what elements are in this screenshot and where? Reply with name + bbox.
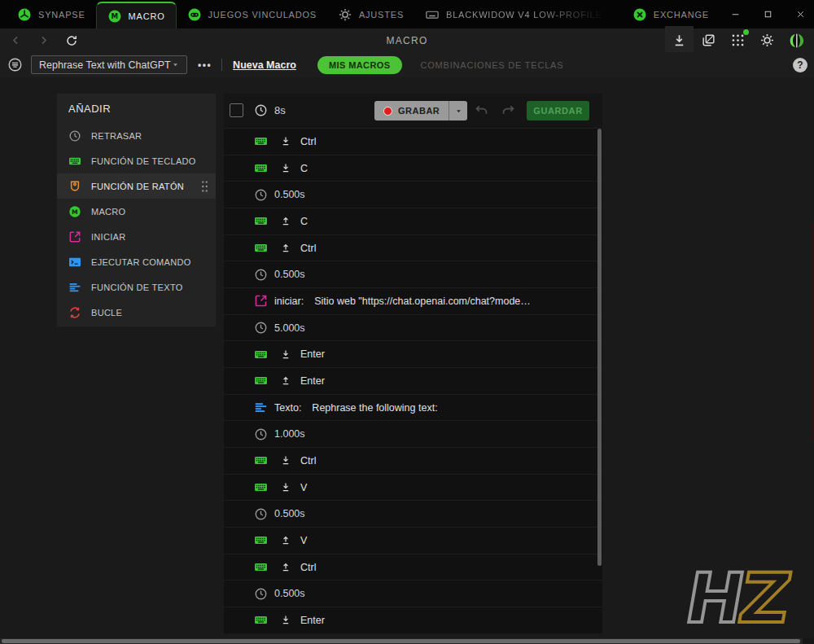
terminal-icon (68, 256, 81, 269)
step-value: Sitio web "https://chat.openai.com/chat?… (314, 296, 531, 307)
macro-step-row-key-down[interactable]: Enter (224, 341, 602, 368)
macro-step-row-key-up[interactable]: Ctrl (224, 554, 602, 581)
key-down-icon (280, 135, 291, 147)
step-delay-value: 0.500s (274, 189, 305, 200)
step-type-prefix: Texto: (274, 402, 301, 414)
macro-step-row-delay[interactable]: 5.000s (224, 315, 602, 342)
back-icon[interactable] (10, 34, 22, 46)
sidebar-item-funci-n-de-texto[interactable]: FUNCIÓN DE TEXTO (57, 274, 216, 300)
macro-step-row-key-down[interactable]: V (224, 475, 602, 502)
macro-step-editor: 8s GRABAR GUARDAR CtrlC0.500sCCtrl0.500s… (224, 94, 602, 633)
record-dot-icon (383, 107, 392, 116)
launch-icon (68, 230, 81, 243)
macro-step-row-text[interactable]: Texto:Rephrase the following text: (224, 395, 602, 422)
apps-grid-icon[interactable] (730, 33, 746, 48)
redo-icon[interactable] (501, 103, 516, 118)
keyboard-icon (254, 161, 268, 175)
clock-icon (254, 188, 268, 202)
tab-ajustes[interactable]: AJUSTES (327, 0, 414, 28)
macro-select-dropdown[interactable]: Rephrase Text with ChatGPT (31, 55, 187, 74)
hardzone-watermark-logo: H Z (676, 560, 801, 630)
step-type-prefix: iniciar: (274, 296, 304, 307)
tab-label: SYNAPSE (38, 10, 85, 20)
step-key-label: C (300, 216, 308, 227)
tab-juegos-vinculados[interactable]: JUEGOS VINCULADOS (177, 0, 327, 28)
key-up-icon (280, 375, 291, 387)
macro-step-row-key-up[interactable]: Ctrl (224, 235, 602, 262)
more-options-button[interactable]: ••• (198, 59, 212, 71)
maximize-button[interactable] (752, 0, 785, 28)
chevron-down-icon (455, 107, 462, 115)
tab-mis-macros[interactable]: MIS MACROS (317, 56, 402, 74)
profiles-icon[interactable] (7, 57, 23, 72)
forward-icon[interactable] (37, 34, 50, 46)
drag-handle-icon[interactable] (200, 179, 209, 194)
download-icon[interactable] (672, 33, 687, 48)
vertical-scrollbar[interactable] (597, 129, 602, 633)
sidebar-item-funci-n-de-rat-n[interactable]: FUNCIÓN DE RATÓN (57, 173, 216, 199)
step-delay-value: 0.500s (274, 588, 305, 599)
close-button[interactable] (785, 0, 814, 28)
tab-combinaciones-de-teclas[interactable]: COMBINACIONES DE TECLAS (421, 60, 564, 70)
clock-icon (254, 587, 268, 601)
macro-toolbar: Rephrase Text with ChatGPT ••• Nueva Mac… (0, 52, 814, 77)
key-down-icon (280, 162, 291, 174)
keyboard-icon (254, 480, 268, 494)
scrollbar-thumb[interactable] (597, 129, 602, 566)
tab-label: AJUSTES (359, 10, 404, 20)
save-button[interactable]: GUARDAR (527, 101, 589, 120)
macro-step-row-delay[interactable]: 0.500s (224, 182, 602, 208)
help-button[interactable]: ? (793, 58, 807, 72)
divider (221, 59, 222, 71)
horizontal-scrollbar[interactable] (0, 638, 814, 644)
minimize-icon (730, 9, 741, 20)
sidebar-item-ejecutar-comando[interactable]: EJECUTAR COMANDO (57, 249, 216, 274)
settings-gear-icon[interactable] (759, 33, 775, 48)
sidebar-item-label: EJECUTAR COMANDO (91, 257, 191, 267)
avatar[interactable] (789, 33, 805, 49)
record-button[interactable]: GRABAR (374, 101, 449, 120)
macro-step-row-key-down[interactable]: C (224, 156, 602, 182)
tab-blackwidow-v4-low-profile-t[interactable]: BLACKWIDOW V4 LOW-PROFILE T (414, 0, 622, 28)
undo-icon[interactable] (474, 103, 489, 118)
clock-icon (254, 321, 268, 335)
macro-step-row-key-down[interactable]: Ctrl (224, 129, 602, 156)
sidebar-item-retrasar[interactable]: RETRASAR (57, 123, 216, 148)
keyboard-icon (254, 241, 268, 255)
macro-step-row-key-down[interactable]: Ctrl (224, 448, 602, 475)
duplicate-icon[interactable] (701, 33, 716, 48)
macro-step-row-key-up[interactable]: V (224, 528, 602, 554)
macro-step-row-delay[interactable]: 1.000s (224, 421, 602, 448)
keyboard-icon (254, 560, 268, 574)
new-macro-link[interactable]: Nueva Macro (233, 59, 296, 71)
keyboard-icon (254, 533, 268, 547)
sidebar-item-label: BUCLE (91, 308, 122, 318)
minimize-button[interactable] (720, 0, 752, 28)
add-step-sidebar: AÑADIR RETRASARFUNCIÓN DE TECLADOFUNCIÓN… (57, 94, 216, 326)
sidebar-item-iniciar[interactable]: INICIAR (57, 224, 216, 249)
macro-step-row-key-down[interactable]: Enter (224, 607, 602, 633)
tab-exchange[interactable]: EXCHANGE (622, 0, 720, 28)
tab-synapse[interactable]: SYNAPSE (7, 0, 96, 28)
gear-icon (338, 7, 352, 22)
macro-step-row-delay[interactable]: 0.500s (224, 580, 602, 607)
scrollbar-thumb[interactable] (2, 639, 800, 643)
sidebar-item-macro[interactable]: MMACRO (57, 199, 216, 224)
macro-step-row-key-up[interactable]: C (224, 208, 602, 235)
macro-step-row-launch[interactable]: iniciar:Sitio web "https://chat.openai.c… (224, 288, 602, 315)
sidebar-item-bucle[interactable]: BUCLE (57, 300, 216, 325)
sidebar-item-label: FUNCIÓN DE RATÓN (91, 182, 184, 191)
step-key-label: Enter (300, 615, 325, 626)
macro-step-row-key-up[interactable]: Enter (224, 368, 602, 395)
page-edge-accent (812, 224, 813, 440)
tab-macro[interactable]: MMACRO (96, 2, 177, 28)
sidebar-item-funci-n-de-teclado[interactable]: FUNCIÓN DE TECLADO (57, 148, 216, 173)
select-all-checkbox[interactable] (230, 103, 243, 117)
step-key-label: Ctrl (300, 243, 316, 254)
keyboard-icon (254, 134, 268, 148)
key-up-icon (280, 215, 291, 227)
refresh-icon[interactable] (65, 34, 78, 47)
macro-step-row-delay[interactable]: 0.500s (224, 261, 602, 288)
record-options-button[interactable] (449, 101, 467, 120)
macro-step-row-delay[interactable]: 0.500s (224, 501, 602, 528)
